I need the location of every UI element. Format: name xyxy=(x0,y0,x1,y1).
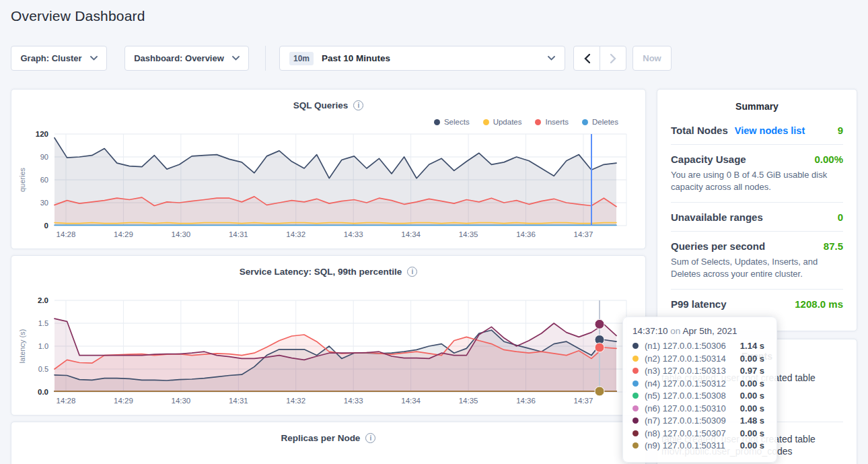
summary-row-value: 1208.0 ms xyxy=(795,298,843,310)
chevron-down-icon xyxy=(90,56,98,61)
svg-text:latency (s): latency (s) xyxy=(18,329,26,364)
svg-text:14:32: 14:32 xyxy=(286,230,305,238)
summary-row: Total NodesView nodes list9 xyxy=(671,116,843,145)
summary-row-value: 87.5 xyxy=(824,240,843,252)
tooltip-node-row: (n7) 127.0.0.1:503091.48 s xyxy=(632,416,764,426)
node-color-dot-icon xyxy=(632,393,639,399)
node-color-dot-icon xyxy=(632,343,639,349)
summary-row-label: Unavailable ranges xyxy=(671,211,763,223)
svg-text:14:31: 14:31 xyxy=(229,397,248,405)
summary-row-value: 9 xyxy=(838,125,843,136)
svg-text:14:30: 14:30 xyxy=(171,397,190,405)
tooltip-node-row: (n4) 127.0.0.1:503120.00 s xyxy=(632,378,764,389)
tooltip-node-name: (n6) 127.0.0.1:50310 xyxy=(645,403,726,413)
service-latency-chart[interactable]: 0.00.51.01.52.014:2814:2914:3014:3114:32… xyxy=(11,295,647,416)
legend-item-selects[interactable]: Selects xyxy=(434,118,470,126)
tooltip-node-name: (n1) 127.0.0.1:50306 xyxy=(645,341,726,351)
info-icon[interactable]: i xyxy=(353,100,363,110)
chevron-right-icon xyxy=(610,54,616,63)
tooltip-node-row: (n9) 127.0.0.1:503110.00 s xyxy=(632,440,764,451)
time-next-button[interactable] xyxy=(600,46,626,71)
legend-item-updates[interactable]: Updates xyxy=(483,118,522,126)
summary-row: Queries per second87.5Sum of Selects, Up… xyxy=(671,232,843,290)
sql-queries-chart[interactable]: 030609012014:2814:2914:3014:3114:3214:33… xyxy=(11,129,647,250)
node-color-dot-icon xyxy=(632,405,639,411)
summary-row-label: Queries per second xyxy=(671,240,765,252)
summary-row: Unavailable ranges0 xyxy=(671,203,843,232)
svg-text:1.0: 1.0 xyxy=(38,342,48,350)
tooltip-node-row: (n5) 127.0.0.1:503080.00 s xyxy=(632,391,764,401)
svg-text:14:28: 14:28 xyxy=(57,230,76,238)
tooltip-node-name: (n5) 127.0.0.1:50308 xyxy=(645,391,726,401)
graph-dropdown-label: Graph: Cluster xyxy=(20,53,81,63)
tooltip-node-value: 0.00 s xyxy=(740,440,764,451)
summary-row-label: Total Nodes xyxy=(671,125,728,136)
svg-text:2.0: 2.0 xyxy=(38,296,48,304)
svg-text:14:36: 14:36 xyxy=(516,397,536,405)
svg-text:14:34: 14:34 xyxy=(401,397,421,405)
legend-item-inserts[interactable]: Inserts xyxy=(535,118,569,126)
svg-text:14:30: 14:30 xyxy=(171,230,190,238)
svg-text:30: 30 xyxy=(40,199,48,207)
graph-dropdown[interactable]: Graph: Cluster xyxy=(11,46,107,71)
chart-hover-tooltip: 14:37:10 on Apr 5th, 2021 (n1) 127.0.0.1… xyxy=(622,317,777,463)
node-color-dot-icon xyxy=(632,430,639,436)
chevron-down-icon xyxy=(232,56,240,61)
view-nodes-list-link[interactable]: View nodes list xyxy=(735,125,805,136)
legend-label: Inserts xyxy=(545,118,569,126)
tooltip-node-row: (n3) 127.0.0.1:503130.97 s xyxy=(632,366,764,376)
tooltip-node-name: (n3) 127.0.0.1:50313 xyxy=(645,366,726,376)
tooltip-node-value: 1.48 s xyxy=(740,416,764,426)
tooltip-node-value: 0.00 s xyxy=(740,428,764,438)
svg-text:14:29: 14:29 xyxy=(114,397,133,405)
time-prev-button[interactable] xyxy=(573,46,600,71)
replicas-per-node-card: Replicas per Node i xyxy=(11,422,646,464)
svg-text:14:33: 14:33 xyxy=(344,397,363,405)
svg-text:14:36: 14:36 xyxy=(516,230,536,238)
legend-item-deletes[interactable]: Deletes xyxy=(582,118,618,126)
time-range-badge: 10m xyxy=(289,52,314,65)
summary-row: Capacity Usage0.00%You are using 0 B of … xyxy=(671,145,843,203)
tooltip-node-row: (n1) 127.0.0.1:503061.14 s xyxy=(632,341,764,351)
tooltip-node-value: 0.00 s xyxy=(740,403,764,413)
node-color-dot-icon xyxy=(632,380,639,387)
tooltip-node-name: (n7) 127.0.0.1:50309 xyxy=(645,416,726,426)
tooltip-node-name: (n8) 127.0.0.1:50307 xyxy=(645,428,726,438)
svg-text:14:32: 14:32 xyxy=(286,397,305,405)
info-icon[interactable]: i xyxy=(365,433,375,443)
svg-text:14:35: 14:35 xyxy=(459,397,478,405)
node-color-dot-icon xyxy=(632,368,639,374)
svg-text:14:37: 14:37 xyxy=(574,230,593,238)
now-button[interactable]: Now xyxy=(632,46,672,71)
tooltip-node-name: (n9) 127.0.0.1:50311 xyxy=(645,440,725,451)
legend-dot-icon xyxy=(434,119,440,125)
overview-dashboard-page: Overview Dashboard Graph: Cluster Dashbo… xyxy=(0,0,868,464)
tooltip-node-name: (n4) 127.0.0.1:50312 xyxy=(645,378,726,389)
legend-label: Deletes xyxy=(592,118,618,126)
replicas-per-node-title: Replicas per Node i xyxy=(11,433,645,443)
dashboard-dropdown-label: Dashboard: Overview xyxy=(134,53,224,63)
time-range-selector[interactable]: 10m Past 10 Minutes xyxy=(279,46,565,71)
chevron-left-icon xyxy=(584,54,590,63)
svg-text:90: 90 xyxy=(40,153,48,161)
tooltip-node-value: 0.00 s xyxy=(740,378,764,389)
summary-row-label: P99 latency xyxy=(671,298,727,310)
tooltip-node-value: 0.00 s xyxy=(740,391,764,401)
svg-text:14:29: 14:29 xyxy=(114,230,133,238)
svg-text:60: 60 xyxy=(40,176,48,184)
svg-text:1.5: 1.5 xyxy=(38,319,48,327)
service-latency-card: Service Latency: SQL, 99th percentile i … xyxy=(11,255,646,416)
info-icon[interactable]: i xyxy=(407,267,417,277)
sql-queries-card: SQL Queries i SelectsUpdatesInsertsDelet… xyxy=(11,89,646,249)
tooltip-node-value: 1.14 s xyxy=(740,341,764,351)
legend-dot-icon xyxy=(582,119,588,125)
svg-text:120: 120 xyxy=(36,130,48,138)
svg-text:0.0: 0.0 xyxy=(38,388,48,396)
node-color-dot-icon xyxy=(632,356,639,362)
summary-row-value: 0.00% xyxy=(814,154,843,165)
dashboard-dropdown[interactable]: Dashboard: Overview xyxy=(124,46,249,71)
tooltip-timestamp: 14:37:10 on Apr 5th, 2021 xyxy=(632,326,764,336)
tooltip-node-value: 0.00 s xyxy=(740,354,764,364)
svg-text:0.5: 0.5 xyxy=(38,365,48,373)
summary-row-top: Total NodesView nodes list9 xyxy=(671,125,843,136)
